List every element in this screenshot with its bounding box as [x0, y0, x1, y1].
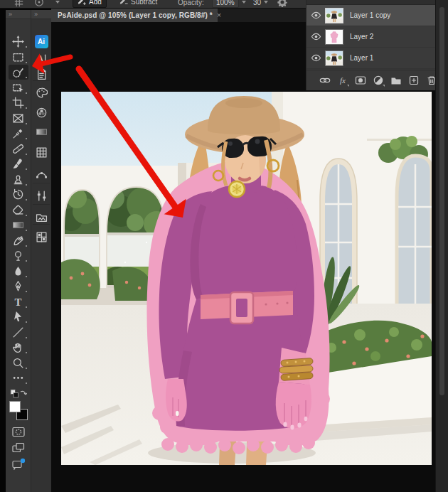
patterns-panel[interactable]	[33, 145, 50, 160]
tool-preset-icon[interactable]	[14, 0, 23, 9]
add-mode-button[interactable]: Add	[73, 0, 107, 8]
type-tool[interactable]: T	[9, 294, 28, 309]
clone-stamp-tool-icon	[12, 173, 24, 186]
move-tool-icon	[12, 36, 24, 48]
document-tab-title: PsAide.psd @ 105% (Layer 1 copy, RGB/8#)…	[58, 11, 213, 19]
layer-name: Layer 2	[350, 33, 373, 41]
libraries-panel[interactable]	[33, 210, 50, 225]
layer-visibility-toggle[interactable]	[306, 31, 325, 42]
selection-brush-tool[interactable]	[9, 65, 28, 80]
new-adjustment-layer-button[interactable]	[373, 75, 384, 87]
color-panel[interactable]	[33, 105, 50, 120]
character-panel[interactable]: A	[33, 51, 50, 66]
eraser-tool-icon	[12, 204, 24, 216]
patterns-panel-icon	[36, 146, 48, 159]
lemon-pendant	[229, 181, 245, 197]
opacity-value[interactable]: 100%	[212, 0, 246, 9]
right-hand	[276, 382, 311, 429]
hand-tool-icon	[12, 341, 24, 353]
history-brush-tool[interactable]	[9, 187, 28, 202]
quick-mask-button[interactable]	[12, 427, 25, 437]
gradient-tool[interactable]	[9, 218, 28, 232]
add-layer-mask-button[interactable]	[355, 75, 366, 87]
adjustments-panel-icon	[36, 231, 48, 243]
crop-tool-icon	[12, 97, 24, 109]
pen-tool-icon	[12, 280, 24, 292]
options-bar: Add Subtract Opacity: 100% 30	[0, 0, 306, 9]
new-group-button[interactable]	[390, 75, 402, 87]
spot-healing-brush-tool[interactable]	[9, 141, 28, 156]
subtract-mode-button[interactable]: Subtract	[115, 0, 161, 8]
gradients-panel[interactable]	[33, 124, 50, 139]
paragraph-panel-icon	[36, 68, 48, 80]
color-panel-icon	[36, 107, 48, 119]
hand-tool[interactable]	[9, 340, 28, 355]
frame-tool[interactable]	[9, 111, 28, 126]
layer-name: Layer 1	[350, 54, 373, 62]
size-value[interactable]: 30	[253, 0, 268, 9]
layer-row[interactable]: Layer 2	[306, 26, 435, 48]
rectangular-marquee-tool[interactable]	[9, 50, 28, 65]
link-layers-button[interactable]	[319, 75, 331, 87]
move-tool[interactable]	[9, 34, 28, 49]
edit-toolbar[interactable]	[9, 370, 28, 385]
dodge-tool[interactable]	[9, 248, 28, 263]
shapes-panel-icon	[36, 168, 48, 180]
layers-panel-header	[306, 0, 435, 5]
bracelets	[279, 358, 313, 380]
object-selection-tool[interactable]	[9, 80, 28, 95]
adjustments-panel[interactable]	[33, 230, 50, 245]
zoom-tool[interactable]	[9, 355, 28, 370]
crop-tool[interactable]	[9, 95, 28, 110]
clone-stamp-tool[interactable]	[9, 172, 28, 187]
properties-panel[interactable]	[33, 188, 50, 203]
swatches-panel-icon	[36, 87, 48, 99]
layer-visibility-toggle[interactable]	[306, 10, 325, 21]
toolbar-collapse-button[interactable]: »	[6, 10, 31, 19]
gear-icon[interactable]	[277, 0, 287, 9]
foreground-color-swatch[interactable]	[9, 401, 21, 412]
screen-mode-button[interactable]	[12, 442, 25, 453]
add-layer-mask-icon	[355, 75, 366, 86]
layer-thumbnail[interactable]	[325, 29, 343, 45]
layer-styles-button[interactable]: fx	[337, 75, 348, 87]
dodge-tool-icon	[12, 250, 24, 262]
paragraph-panel[interactable]	[33, 67, 50, 82]
pen-tool[interactable]	[9, 279, 28, 294]
eraser-tool[interactable]	[9, 203, 28, 218]
layer-thumbnail[interactable]	[325, 8, 343, 23]
zoom-tool-icon	[12, 357, 24, 369]
tab-close-icon[interactable]: ×	[217, 11, 221, 19]
panel-dock-collapse-button[interactable]: »	[31, 10, 51, 19]
line-tool[interactable]	[9, 325, 28, 340]
smudge-tool[interactable]	[9, 233, 28, 248]
swatches-panel[interactable]	[33, 85, 50, 100]
new-layer-button[interactable]	[408, 75, 420, 87]
brush-preview-icon[interactable]	[34, 0, 44, 9]
panel-dock: » AiA	[31, 10, 51, 492]
brush-minus-icon	[119, 0, 128, 6]
path-selection-tool[interactable]	[9, 309, 28, 324]
share-feedback-icon[interactable]	[11, 458, 25, 470]
document-tab[interactable]: PsAide.psd @ 105% (Layer 1 copy, RGB/8#)…	[51, 9, 218, 22]
type-tool-icon: T	[12, 296, 24, 308]
layer-thumbnail[interactable]	[325, 50, 343, 66]
scrollbar[interactable]	[439, 7, 444, 395]
foreground-background-swatches[interactable]	[9, 401, 31, 423]
frame-tool-icon	[12, 112, 24, 124]
blur-tool[interactable]	[9, 264, 28, 279]
new-adjustment-layer-icon	[373, 75, 384, 86]
layer-row[interactable]: Layer 1 copy	[306, 5, 435, 26]
brush-tool[interactable]	[9, 156, 28, 171]
canvas-image[interactable]	[61, 92, 432, 465]
libraries-panel-icon	[36, 211, 48, 223]
ai-panel[interactable]: Ai	[33, 34, 50, 49]
chevron-down-icon[interactable]	[53, 0, 60, 9]
swap-colors-icon[interactable]	[10, 389, 27, 400]
layer-visibility-toggle[interactable]	[306, 53, 325, 63]
object-selection-tool-icon	[12, 82, 24, 94]
shapes-panel[interactable]	[33, 166, 50, 181]
layer-row[interactable]: Layer 1	[306, 48, 435, 69]
eyedropper-tool[interactable]	[9, 126, 28, 141]
eyedropper-tool-icon	[12, 127, 24, 139]
